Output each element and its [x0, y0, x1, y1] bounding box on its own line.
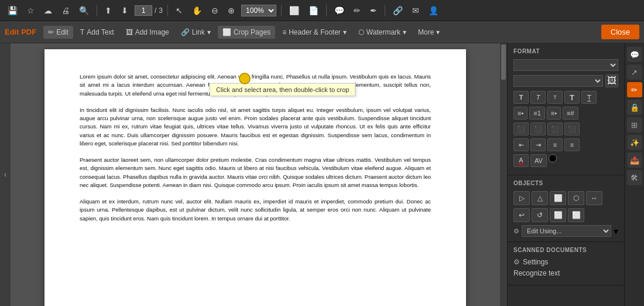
size-select[interactable]: [513, 75, 603, 87]
scanned-documents-section: SCANNED DOCUMENTS ⚙ Settings Recognize t…: [508, 242, 624, 285]
paragraph-2: In tincidunt elit id dignissim facilisis…: [80, 106, 431, 148]
object-cw-btn[interactable]: ↺: [532, 208, 548, 222]
object-ccw-btn[interactable]: ↩: [513, 208, 530, 222]
bookmark-button[interactable]: ☆: [24, 4, 37, 17]
scrollbar-thumb[interactable]: [501, 45, 506, 80]
objects-title: OBJECTS: [513, 180, 618, 186]
separator-2: [167, 5, 168, 16]
next-page-button[interactable]: ⬇: [118, 4, 131, 17]
zoom-select[interactable]: 100% 75% 125% 150%: [241, 5, 276, 16]
align-right-btn[interactable]: ⬛: [547, 123, 563, 135]
align-left-btn[interactable]: ⬛: [513, 123, 529, 135]
object-play-btn[interactable]: ▷: [513, 191, 530, 205]
object-flip-h-btn[interactable]: ↔: [586, 191, 602, 205]
edit-icon: ✏: [48, 28, 54, 36]
object-clip-btn[interactable]: ⬜: [550, 208, 566, 222]
crop-tool-button[interactable]: ⬜: [286, 4, 302, 17]
watermark-dropdown-icon: ▾: [403, 28, 406, 36]
number-list-2-btn[interactable]: ≡#: [563, 107, 578, 120]
link-dropdown-icon: ▾: [207, 28, 211, 36]
align-center-btn[interactable]: ⬛: [530, 123, 546, 135]
list-extra-2-btn[interactable]: ≡: [564, 138, 580, 151]
edit-pdf-title: Edit PDF: [5, 28, 36, 36]
text-style-1[interactable]: T: [513, 91, 529, 104]
share-button[interactable]: 🔗: [390, 4, 406, 17]
crop-icon: ⬜: [222, 28, 231, 36]
number-list-btn[interactable]: ≡1: [529, 107, 545, 120]
zoom-in-button[interactable]: ⊕: [225, 4, 238, 17]
size-select-row: 🖼: [513, 74, 618, 87]
crop-label: Crop Pages: [234, 28, 270, 36]
edit-using-select[interactable]: Edit Using...: [522, 225, 611, 237]
page-input[interactable]: [135, 5, 152, 16]
edit-button[interactable]: ✏ Edit: [43, 26, 73, 39]
settings-icon: ⚙: [513, 258, 520, 266]
pdf-area[interactable]: Click and select area, then double-click…: [11, 43, 500, 306]
organize-panel-icon[interactable]: ⊞: [627, 117, 642, 132]
more-button[interactable]: More ▾: [413, 26, 444, 39]
hand-tool-button[interactable]: ✋: [189, 4, 205, 17]
text-style-5[interactable]: T̲: [581, 91, 597, 104]
indent-left-btn[interactable]: ⇤: [513, 138, 529, 151]
prev-page-button[interactable]: ⬆: [102, 4, 115, 17]
indent-right-btn[interactable]: ⇥: [530, 138, 546, 151]
watermark-button[interactable]: ⬡ Watermark ▾: [354, 26, 411, 39]
text-style-4[interactable]: T: [564, 91, 580, 104]
object-replace-btn[interactable]: ⬜: [568, 208, 584, 222]
color-picker[interactable]: [549, 154, 557, 162]
separator-3: [281, 5, 282, 16]
object-rect-btn[interactable]: ⬜: [550, 191, 566, 205]
paragraph-4: Aliquam et ex interdum, rutrum nunc vel,…: [80, 198, 431, 223]
font-select[interactable]: [513, 59, 618, 71]
header-footer-button[interactable]: ≡ Header & Footer ▾: [278, 26, 351, 39]
av-btn[interactable]: AV: [530, 154, 547, 167]
link-button[interactable]: 🔗 Link ▾: [176, 26, 215, 39]
add-text-button[interactable]: T Add Text: [76, 26, 119, 39]
comment-panel-icon[interactable]: 💬: [627, 47, 642, 62]
search-button[interactable]: 🔍: [76, 4, 92, 17]
pen-button[interactable]: ✏: [351, 4, 364, 17]
objects-row-1: ▷ △ ⬜ ⬡ ↔: [513, 191, 618, 205]
add-image-label: Add Image: [135, 28, 169, 36]
zoom-out-button[interactable]: ⊖: [208, 4, 221, 17]
tools-panel-icon[interactable]: 🛠: [627, 170, 642, 185]
user-button[interactable]: 👤: [426, 4, 441, 17]
bullet-list-btn[interactable]: ≡•: [513, 107, 527, 120]
email-button[interactable]: ✉: [409, 4, 422, 17]
more-dropdown-icon: ▾: [436, 28, 440, 36]
add-image-button[interactable]: 🖼 Add Image: [121, 26, 174, 39]
comment-button[interactable]: 💬: [331, 4, 347, 17]
print-button[interactable]: 🖨: [59, 4, 73, 17]
crop-pages-button[interactable]: ⬜ Crop Pages: [218, 26, 275, 39]
extract-button[interactable]: 📄: [306, 4, 321, 17]
image-format-btn[interactable]: 🖼: [605, 74, 618, 87]
bullet-list-2-btn[interactable]: ≡•: [547, 107, 561, 120]
pdf-scrollbar[interactable]: [500, 43, 507, 306]
protect-panel-icon[interactable]: 🔒: [627, 100, 642, 115]
main-area: ‹ Click and select area, then double-cli…: [0, 43, 644, 306]
edit-using-icon: ⚙: [513, 227, 519, 235]
format-section: FORMAT 🖼 T T T T T̲: [508, 43, 624, 175]
enhance-panel-icon[interactable]: ✨: [627, 135, 642, 150]
sign-button[interactable]: ✒: [367, 4, 380, 17]
save-button[interactable]: 💾: [5, 4, 20, 17]
text-style-3[interactable]: T: [547, 91, 563, 104]
edit-panel-icon[interactable]: ✏: [627, 82, 642, 97]
more-label: More: [418, 28, 434, 36]
export-panel-icon[interactable]: 📤: [627, 152, 642, 168]
object-triangle-btn[interactable]: △: [532, 191, 548, 205]
left-nav-arrow[interactable]: ‹: [0, 43, 11, 306]
align-justify-btn[interactable]: ⬛: [564, 123, 580, 135]
recognize-label: Recognize text: [513, 269, 560, 277]
top-toolbar: 💾 ☆ ☁ 🖨 🔍 ⬆ ⬇ / 3 ↖ ✋ ⊖ ⊕ 100% 75% 125% …: [0, 0, 644, 21]
select-tool-button[interactable]: ↖: [173, 4, 186, 17]
style-buttons-row: T T T T T̲: [513, 91, 618, 104]
upload-button[interactable]: ☁: [41, 4, 55, 17]
share-panel-icon[interactable]: ↗: [627, 64, 642, 80]
object-hex-btn[interactable]: ⬡: [568, 191, 584, 205]
list-extra-btn[interactable]: ≡: [547, 138, 563, 151]
font-color-btn[interactable]: A: [513, 154, 529, 167]
text-style-2[interactable]: T: [530, 91, 546, 104]
close-button[interactable]: Close: [601, 25, 639, 39]
header-footer-icon: ≡: [282, 28, 286, 36]
